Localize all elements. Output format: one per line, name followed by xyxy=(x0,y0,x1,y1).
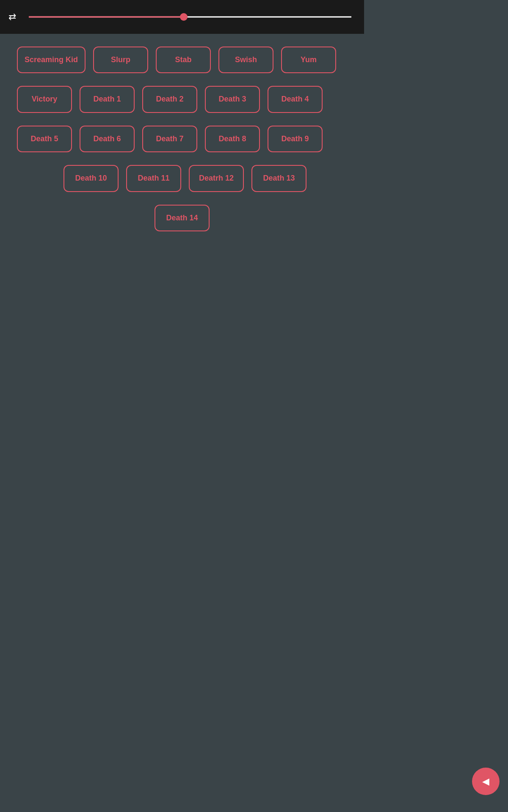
button-death-4[interactable]: Death 4 xyxy=(268,86,323,112)
button-death-9[interactable]: Death 9 xyxy=(268,126,323,152)
button-death-14[interactable]: Death 14 xyxy=(155,205,210,231)
button-stab[interactable]: Stab xyxy=(156,47,211,73)
button-row-3: Death 5 Death 6 Death 7 Death 8 Death 9 xyxy=(17,126,347,152)
top-bar: ⇄ xyxy=(0,0,364,34)
button-row-2: Victory Death 1 Death 2 Death 3 Death 4 xyxy=(17,86,347,112)
button-death-13[interactable]: Death 13 xyxy=(251,165,306,192)
button-row-4: Death 10 Death 11 Deatrh 12 Death 13 xyxy=(17,165,347,192)
button-death-11[interactable]: Death 11 xyxy=(126,165,181,192)
button-yum[interactable]: Yum xyxy=(281,47,336,73)
button-row-1: Screaming Kid Slurp Stab Swish Yum xyxy=(17,47,347,73)
button-death-1[interactable]: Death 1 xyxy=(80,86,135,112)
button-death-7[interactable]: Death 7 xyxy=(142,126,197,152)
repeat-icon[interactable]: ⇄ xyxy=(8,11,16,22)
button-death-8[interactable]: Death 8 xyxy=(205,126,260,152)
button-row-5: Death 14 xyxy=(17,205,347,231)
progress-slider[interactable] xyxy=(29,16,351,18)
button-deatrh-12[interactable]: Deatrh 12 xyxy=(189,165,244,192)
button-death-5[interactable]: Death 5 xyxy=(17,126,72,152)
button-victory[interactable]: Victory xyxy=(17,86,72,112)
button-death-3[interactable]: Death 3 xyxy=(205,86,260,112)
slider-track-filled xyxy=(29,16,184,18)
main-content: Screaming Kid Slurp Stab Swish Yum Victo… xyxy=(0,34,364,257)
button-death-6[interactable]: Death 6 xyxy=(80,126,135,152)
button-swish[interactable]: Swish xyxy=(218,47,273,73)
button-screaming-kid[interactable]: Screaming Kid xyxy=(17,47,86,73)
slider-thumb[interactable] xyxy=(180,13,188,21)
button-death-2[interactable]: Death 2 xyxy=(142,86,197,112)
button-slurp[interactable]: Slurp xyxy=(93,47,148,73)
button-death-10[interactable]: Death 10 xyxy=(64,165,119,192)
